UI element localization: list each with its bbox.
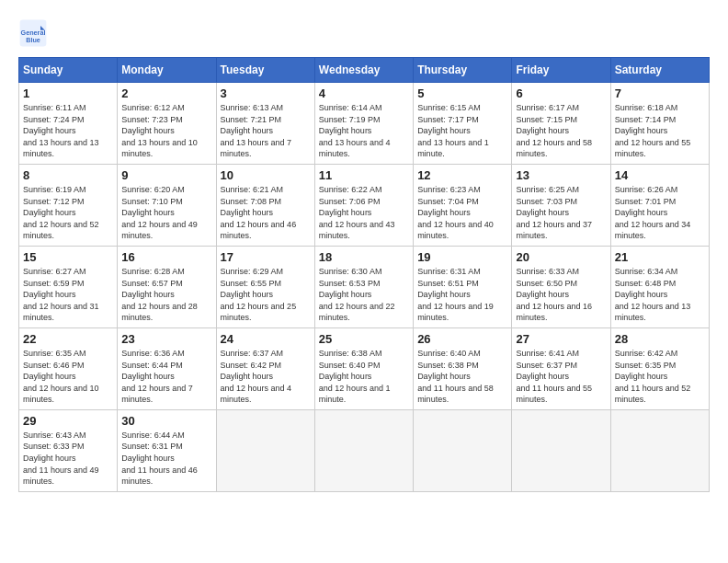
calendar-day-cell: 7 Sunrise: 6:18 AMSunset: 7:14 PMDayligh… (610, 83, 709, 165)
calendar-day-cell: 23 Sunrise: 6:36 AMSunset: 6:44 PMDaylig… (118, 327, 216, 409)
calendar-day-cell: 2 Sunrise: 6:12 AMSunset: 7:23 PMDayligh… (118, 83, 216, 165)
calendar-day-cell: 16 Sunrise: 6:28 AMSunset: 6:57 PMDaylig… (118, 246, 216, 327)
day-number: 6 (516, 86, 606, 100)
day-number: 2 (121, 86, 211, 100)
day-number: 29 (23, 414, 113, 428)
day-detail: Sunrise: 6:27 AMSunset: 6:59 PMDaylight … (23, 267, 99, 322)
calendar-day-cell: 27 Sunrise: 6:41 AMSunset: 6:37 PMDaylig… (512, 327, 610, 409)
day-detail: Sunrise: 6:33 AMSunset: 6:50 PMDaylight … (516, 267, 592, 322)
day-detail: Sunrise: 6:14 AMSunset: 7:19 PMDaylight … (319, 103, 391, 158)
calendar-day-cell: 4 Sunrise: 6:14 AMSunset: 7:19 PMDayligh… (314, 83, 413, 165)
day-number: 11 (319, 168, 409, 182)
day-number: 24 (221, 332, 311, 346)
day-number: 21 (615, 250, 705, 264)
weekday-header: Wednesday (314, 58, 413, 83)
calendar-day-cell: 14 Sunrise: 6:26 AMSunset: 7:01 PMDaylig… (610, 164, 709, 246)
day-number: 18 (319, 250, 409, 264)
calendar-day-cell: 1 Sunrise: 6:11 AMSunset: 7:24 PMDayligh… (19, 83, 118, 165)
calendar-week-row: 1 Sunrise: 6:11 AMSunset: 7:24 PMDayligh… (19, 83, 710, 165)
day-number: 9 (121, 168, 211, 182)
calendar-week-row: 29 Sunrise: 6:43 AMSunset: 6:33 PMDaylig… (19, 409, 710, 491)
day-number: 19 (417, 250, 507, 264)
day-number: 27 (516, 332, 606, 346)
calendar-header: SundayMondayTuesdayWednesdayThursdayFrid… (19, 58, 710, 83)
calendar-week-row: 22 Sunrise: 6:35 AMSunset: 6:46 PMDaylig… (19, 327, 710, 409)
day-detail: Sunrise: 6:21 AMSunset: 7:08 PMDaylight … (221, 185, 297, 240)
day-number: 5 (417, 86, 507, 100)
day-detail: Sunrise: 6:38 AMSunset: 6:40 PMDaylight … (319, 349, 391, 404)
day-number: 4 (319, 86, 409, 100)
calendar-day-cell: 12 Sunrise: 6:23 AMSunset: 7:04 PMDaylig… (414, 164, 512, 246)
calendar-week-row: 8 Sunrise: 6:19 AMSunset: 7:12 PMDayligh… (19, 164, 710, 246)
calendar-day-cell: 10 Sunrise: 6:21 AMSunset: 7:08 PMDaylig… (216, 164, 314, 246)
day-detail: Sunrise: 6:19 AMSunset: 7:12 PMDaylight … (23, 185, 99, 240)
day-number: 16 (121, 250, 211, 264)
logo-icon: General Blue (18, 18, 48, 48)
day-number: 14 (615, 168, 705, 182)
calendar-day-cell: 15 Sunrise: 6:27 AMSunset: 6:59 PMDaylig… (19, 246, 118, 327)
day-detail: Sunrise: 6:43 AMSunset: 6:33 PMDaylight … (23, 431, 99, 486)
day-detail: Sunrise: 6:40 AMSunset: 6:38 PMDaylight … (417, 349, 494, 404)
day-number: 22 (23, 332, 113, 346)
calendar-day-cell: 13 Sunrise: 6:25 AMSunset: 7:03 PMDaylig… (512, 164, 610, 246)
day-detail: Sunrise: 6:17 AMSunset: 7:15 PMDaylight … (516, 103, 592, 158)
calendar-day-cell (314, 409, 413, 491)
calendar-day-cell: 30 Sunrise: 6:44 AMSunset: 6:31 PMDaylig… (118, 409, 216, 491)
day-number: 3 (221, 86, 311, 100)
calendar-day-cell: 9 Sunrise: 6:20 AMSunset: 7:10 PMDayligh… (118, 164, 216, 246)
day-detail: Sunrise: 6:44 AMSunset: 6:31 PMDaylight … (121, 431, 198, 486)
day-number: 15 (23, 250, 113, 264)
calendar-day-cell: 28 Sunrise: 6:42 AMSunset: 6:35 PMDaylig… (610, 327, 709, 409)
weekday-header: Saturday (610, 58, 709, 83)
calendar-day-cell (610, 409, 709, 491)
day-detail: Sunrise: 6:30 AMSunset: 6:53 PMDaylight … (319, 267, 395, 322)
day-detail: Sunrise: 6:23 AMSunset: 7:04 PMDaylight … (417, 185, 494, 240)
day-detail: Sunrise: 6:28 AMSunset: 6:57 PMDaylight … (121, 267, 198, 322)
calendar-day-cell: 18 Sunrise: 6:30 AMSunset: 6:53 PMDaylig… (314, 246, 413, 327)
weekday-header: Friday (512, 58, 610, 83)
day-number: 26 (417, 332, 507, 346)
logo: General Blue (18, 18, 48, 48)
calendar-day-cell: 6 Sunrise: 6:17 AMSunset: 7:15 PMDayligh… (512, 83, 610, 165)
day-detail: Sunrise: 6:11 AMSunset: 7:24 PMDaylight … (23, 103, 99, 158)
day-detail: Sunrise: 6:29 AMSunset: 6:55 PMDaylight … (221, 267, 297, 322)
calendar-day-cell: 8 Sunrise: 6:19 AMSunset: 7:12 PMDayligh… (19, 164, 118, 246)
day-detail: Sunrise: 6:31 AMSunset: 6:51 PMDaylight … (417, 267, 494, 322)
calendar-day-cell: 25 Sunrise: 6:38 AMSunset: 6:40 PMDaylig… (314, 327, 413, 409)
calendar-day-cell: 24 Sunrise: 6:37 AMSunset: 6:42 PMDaylig… (216, 327, 314, 409)
calendar-day-cell: 19 Sunrise: 6:31 AMSunset: 6:51 PMDaylig… (414, 246, 512, 327)
day-detail: Sunrise: 6:26 AMSunset: 7:01 PMDaylight … (615, 185, 691, 240)
calendar-day-cell: 22 Sunrise: 6:35 AMSunset: 6:46 PMDaylig… (19, 327, 118, 409)
weekday-row: SundayMondayTuesdayWednesdayThursdayFrid… (19, 58, 710, 83)
calendar-week-row: 15 Sunrise: 6:27 AMSunset: 6:59 PMDaylig… (19, 246, 710, 327)
day-detail: Sunrise: 6:13 AMSunset: 7:21 PMDaylight … (221, 103, 292, 158)
calendar-day-cell: 5 Sunrise: 6:15 AMSunset: 7:17 PMDayligh… (414, 83, 512, 165)
calendar-day-cell: 26 Sunrise: 6:40 AMSunset: 6:38 PMDaylig… (414, 327, 512, 409)
day-detail: Sunrise: 6:22 AMSunset: 7:06 PMDaylight … (319, 185, 395, 240)
day-detail: Sunrise: 6:12 AMSunset: 7:23 PMDaylight … (121, 103, 198, 158)
svg-text:Blue: Blue (26, 36, 40, 44)
weekday-header: Monday (118, 58, 216, 83)
day-detail: Sunrise: 6:41 AMSunset: 6:37 PMDaylight … (516, 349, 592, 404)
day-number: 17 (221, 250, 311, 264)
day-number: 8 (23, 168, 113, 182)
day-detail: Sunrise: 6:20 AMSunset: 7:10 PMDaylight … (121, 185, 198, 240)
day-number: 25 (319, 332, 409, 346)
calendar-day-cell: 3 Sunrise: 6:13 AMSunset: 7:21 PMDayligh… (216, 83, 314, 165)
day-detail: Sunrise: 6:37 AMSunset: 6:42 PMDaylight … (221, 349, 292, 404)
day-number: 30 (121, 414, 211, 428)
calendar-day-cell: 21 Sunrise: 6:34 AMSunset: 6:48 PMDaylig… (610, 246, 709, 327)
calendar-day-cell: 17 Sunrise: 6:29 AMSunset: 6:55 PMDaylig… (216, 246, 314, 327)
calendar-table: SundayMondayTuesdayWednesdayThursdayFrid… (18, 57, 710, 492)
day-detail: Sunrise: 6:35 AMSunset: 6:46 PMDaylight … (23, 349, 99, 404)
day-detail: Sunrise: 6:15 AMSunset: 7:17 PMDaylight … (417, 103, 489, 158)
calendar-day-cell: 29 Sunrise: 6:43 AMSunset: 6:33 PMDaylig… (19, 409, 118, 491)
weekday-header: Tuesday (216, 58, 314, 83)
weekday-header: Sunday (19, 58, 118, 83)
day-number: 12 (417, 168, 507, 182)
calendar-day-cell (414, 409, 512, 491)
calendar-day-cell (216, 409, 314, 491)
day-number: 1 (23, 86, 113, 100)
page-header: General Blue (18, 18, 710, 48)
day-detail: Sunrise: 6:42 AMSunset: 6:35 PMDaylight … (615, 349, 691, 404)
